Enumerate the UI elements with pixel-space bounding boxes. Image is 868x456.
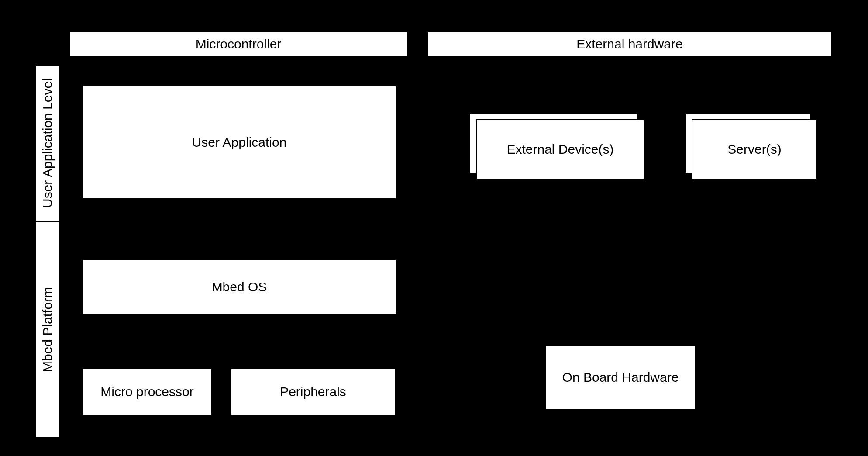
header-microcontroller-text: Microcontroller: [196, 37, 282, 52]
row-label-user-application-level-text: User Application Level: [40, 79, 55, 208]
header-external-hardware-text: External hardware: [576, 37, 682, 52]
block-on-board-hardware-text: On Board Hardware: [562, 370, 679, 385]
block-peripherals: Peripherals: [231, 368, 396, 415]
block-external-devices: External Device(s): [476, 119, 644, 180]
block-user-application: User Application: [82, 86, 396, 199]
block-mbed-os: Mbed OS: [82, 259, 396, 315]
block-micro-processor-text: Micro processor: [100, 384, 193, 399]
row-label-user-application-level: User Application Level: [35, 65, 60, 221]
block-user-application-text: User Application: [192, 135, 287, 150]
block-peripherals-text: Peripherals: [280, 384, 346, 399]
row-label-mbed-platform: Mbed Platform: [35, 221, 60, 438]
row-label-mbed-platform-text: Mbed Platform: [40, 287, 55, 372]
block-mbed-os-text: Mbed OS: [212, 280, 267, 294]
block-on-board-hardware: On Board Hardware: [545, 345, 696, 410]
block-servers-text: Server(s): [727, 142, 781, 157]
block-servers: Server(s): [692, 119, 817, 180]
header-external-hardware: External hardware: [427, 31, 832, 57]
block-micro-processor: Micro processor: [82, 368, 212, 415]
block-external-devices-text: External Device(s): [506, 142, 613, 157]
header-microcontroller: Microcontroller: [69, 31, 408, 57]
